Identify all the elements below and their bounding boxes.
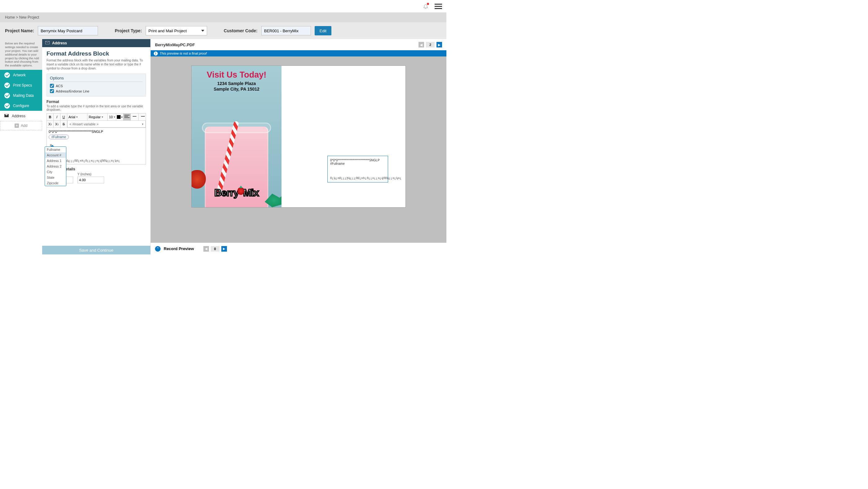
record-next-button[interactable]: ▶ (221, 246, 227, 252)
step-address[interactable]: Address (0, 111, 42, 121)
project-name-input[interactable] (38, 26, 98, 35)
acs-checkbox[interactable] (50, 84, 54, 88)
project-type-label: Project Type: (115, 28, 142, 33)
project-name-label: Project Name: (5, 28, 34, 33)
align-left-button[interactable] (123, 114, 131, 120)
text-toolbar: B I U Arial Regular 10 ▾ X1 (46, 113, 146, 128)
postcard-image-side: Visit Us Today! 1234 Sample Plaza Sample… (192, 66, 281, 207)
expand-icon[interactable]: ⌃ (155, 246, 161, 252)
check-icon (4, 83, 10, 88)
postcard-address-side: 0*0*0**************************SNGLP #Fu… (281, 66, 405, 207)
var-state[interactable]: State (45, 175, 66, 180)
options-box: Options ACS Address/Endorse Line (46, 74, 146, 96)
address-editor-panel: Address Format Address Block Format the … (42, 39, 151, 254)
record-preview-label: Record Preview (164, 247, 194, 251)
italic-button[interactable]: I (54, 114, 60, 120)
align-right-button[interactable] (138, 114, 146, 120)
variable-chip-fullname[interactable]: #Fullname (49, 135, 69, 139)
berrymix-logo: BerryMix (192, 187, 281, 199)
notifications-icon[interactable] (423, 3, 428, 9)
opt-acs[interactable]: ACS (50, 84, 143, 88)
postcard-headline: Visit Us Today! (192, 70, 281, 80)
endorse-checkbox[interactable] (50, 89, 54, 93)
weight-select[interactable]: Regular (87, 114, 107, 120)
plus-icon: + (14, 123, 19, 128)
step-artwork[interactable]: Artwork (0, 70, 42, 80)
page-next-button[interactable]: ▶ (436, 42, 442, 48)
customer-code-label: Customer Code: (224, 28, 258, 33)
variable-dropdown[interactable]: Fullname Account # Address 1 Address 2 C… (44, 146, 66, 186)
y-label: Y (inches) (78, 173, 104, 176)
superscript-button[interactable]: X1 (47, 121, 54, 127)
bold-button[interactable]: B (47, 114, 54, 120)
breadcrumb-home[interactable]: Home (5, 15, 15, 20)
step-mailing-data[interactable]: Mailing Data (0, 90, 42, 100)
format-sub: To add a variable type the # symbol in t… (46, 105, 146, 111)
postcard-address: 1234 Sample Plaza Sample City, PA 15012 (192, 81, 281, 92)
panel-title: Format Address Block (46, 50, 146, 57)
font-select[interactable]: Arial (67, 114, 87, 120)
envelope-icon (4, 114, 9, 118)
check-icon (4, 72, 10, 78)
step-configure[interactable]: Configure (0, 100, 42, 111)
check-icon (4, 103, 10, 109)
var-address1[interactable]: Address 1 (45, 158, 66, 164)
underline-button[interactable]: U (60, 114, 67, 120)
address-block-preview: 0*0*0**************************SNGLP #Fu… (328, 156, 388, 182)
topbar (0, 0, 446, 12)
y-input[interactable] (78, 177, 104, 183)
options-heading: Options (50, 76, 143, 82)
strike-button[interactable]: S (60, 121, 67, 127)
menu-icon[interactable] (435, 4, 442, 9)
info-icon: i (154, 52, 158, 56)
format-heading: Format (46, 99, 146, 104)
align-center-button[interactable] (131, 114, 138, 120)
color-button[interactable]: ▾ (116, 114, 123, 120)
subscript-button[interactable]: X1 (54, 121, 60, 127)
page-number: 2 (426, 42, 435, 48)
var-fullname[interactable]: Fullname (45, 147, 66, 152)
project-type-select[interactable]: Print and Mail Project (146, 26, 207, 35)
breadcrumb-current: New Project (19, 15, 39, 20)
size-select[interactable]: 10 (107, 114, 116, 120)
preview-canvas: Visit Us Today! 1234 Sample Plaza Sample… (151, 56, 446, 242)
preview-filename: BerryMixMayPC.PDF (155, 42, 195, 47)
var-city[interactable]: City (45, 169, 66, 175)
envelope-icon (45, 41, 50, 45)
step-print-specs[interactable]: Print Specs (0, 80, 42, 90)
panel-description: Format the address block with the variab… (46, 58, 146, 70)
check-icon (4, 93, 10, 98)
project-bar: Project Name: Project Type: Print and Ma… (0, 22, 446, 39)
preview-note-bar: i This preview is not a final proof (151, 50, 446, 56)
left-nav: Below are the required settings needed t… (0, 39, 42, 254)
editor-line1: 0*0*0**************************SNGLP (49, 130, 144, 134)
address-text-editor[interactable]: 0*0*0**************************SNGLP #Fu… (46, 128, 146, 165)
customer-code-input[interactable] (261, 26, 311, 35)
panel-header: Address (42, 39, 150, 47)
edit-button[interactable]: Edit (315, 26, 331, 35)
add-button[interactable]: +Add (0, 121, 42, 130)
var-account[interactable]: Account # (45, 152, 66, 158)
insert-variable-select[interactable]: < #insert variable > (67, 121, 146, 127)
record-number: 0 (211, 246, 219, 252)
opt-endorse[interactable]: Address/Endorse Line (50, 89, 143, 93)
var-zipcode[interactable]: Zipcode (45, 180, 66, 186)
record-prev-button[interactable]: ◀ (204, 246, 209, 252)
postcard: Visit Us Today! 1234 Sample Plaza Sample… (192, 66, 405, 207)
var-address2[interactable]: Address 2 (45, 164, 66, 169)
breadcrumb: Home > New Project (0, 12, 446, 22)
preview-panel: BerryMixMayPC.PDF ◀ 2 ▶ i This preview i… (151, 39, 446, 254)
page-prev-button[interactable]: ◀ (418, 42, 424, 48)
help-text: Below are the required settings needed t… (0, 39, 42, 70)
save-continue-button[interactable]: Save and Continue (42, 246, 150, 254)
